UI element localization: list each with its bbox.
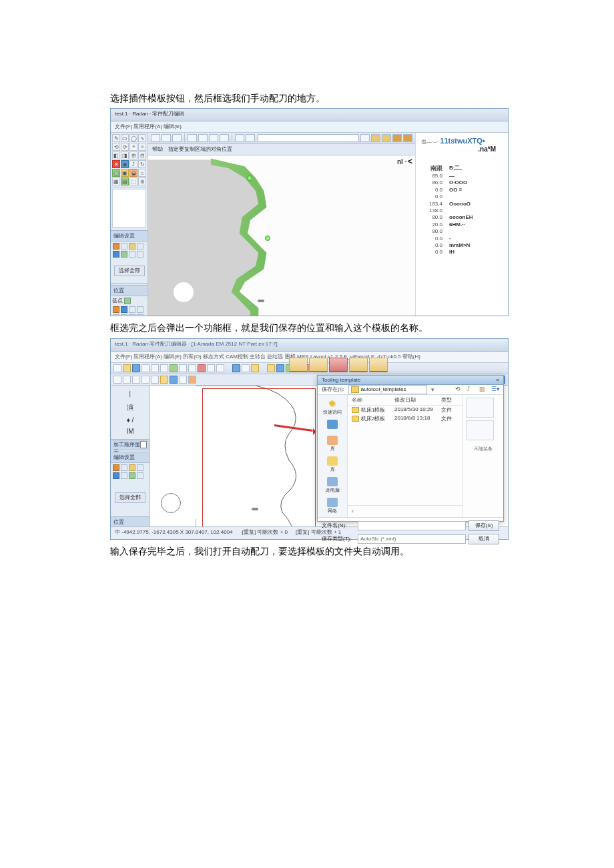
tool-icon[interactable]: ◨ bbox=[121, 151, 129, 159]
ribbon-icon[interactable] bbox=[371, 134, 380, 142]
back-icon[interactable]: ⟲ bbox=[455, 386, 463, 394]
color-swatch[interactable] bbox=[121, 251, 127, 258]
tab-button[interactable] bbox=[349, 358, 368, 372]
color-swatch[interactable] bbox=[129, 464, 135, 471]
node-marker[interactable] bbox=[265, 236, 270, 241]
cancel-button[interactable]: 取消 bbox=[469, 534, 499, 544]
ribbon-icon[interactable] bbox=[141, 364, 149, 372]
tab-button[interactable] bbox=[309, 358, 328, 372]
color-swatch[interactable] bbox=[137, 464, 143, 471]
tool-icon[interactable]: ◯ bbox=[112, 169, 120, 177]
pos-swatch[interactable] bbox=[113, 306, 119, 313]
select-all-button[interactable]: 选择全部 bbox=[114, 266, 145, 276]
tool-icon[interactable]: ⤴ bbox=[129, 160, 137, 168]
tool-icon[interactable]: ✎ bbox=[112, 134, 120, 142]
ribbon-icon[interactable] bbox=[242, 364, 250, 372]
tab-button[interactable] bbox=[369, 358, 388, 372]
ribbon-icon[interactable] bbox=[392, 134, 402, 142]
color-swatch[interactable] bbox=[113, 472, 119, 479]
ribbon-icon[interactable] bbox=[188, 376, 196, 384]
ribbon-icon[interactable] bbox=[179, 376, 187, 384]
tool-icon[interactable]: ◯ bbox=[129, 134, 137, 142]
ribbon-icon[interactable] bbox=[198, 364, 206, 372]
pos-swatch[interactable] bbox=[121, 306, 127, 313]
pos-swatch[interactable] bbox=[129, 306, 135, 313]
save-in-combo[interactable]: autotool_templates bbox=[348, 385, 427, 394]
tool-icon[interactable]: ▦ bbox=[112, 177, 120, 185]
file-row[interactable]: 机床1模板 2018/5/30 10:29 文件 bbox=[348, 406, 463, 414]
tool-icon[interactable]: ⌖ bbox=[129, 143, 137, 151]
color-swatch[interactable] bbox=[113, 251, 119, 258]
tool-icon[interactable]: ⟲ bbox=[112, 143, 120, 151]
filetype-combo[interactable]: AutoStc (*.xml) bbox=[358, 534, 466, 544]
ribbon-icon[interactable] bbox=[246, 134, 255, 142]
checkbox-icon[interactable] bbox=[140, 441, 147, 448]
ribbon-icon[interactable] bbox=[123, 364, 131, 372]
delete-icon[interactable]: ✕ bbox=[112, 160, 120, 168]
pos-swatch[interactable] bbox=[121, 314, 127, 316]
color-swatch[interactable] bbox=[113, 243, 119, 250]
up-icon[interactable]: ⤴ bbox=[467, 386, 475, 394]
ribbon-icon[interactable] bbox=[267, 364, 275, 372]
tool-icon[interactable]: ⟳ bbox=[121, 143, 129, 151]
ribbon-icon[interactable] bbox=[132, 364, 140, 372]
tool-icon[interactable]: ⌂ bbox=[138, 169, 146, 177]
tool-icon[interactable]: ✧ bbox=[138, 143, 146, 151]
ribbon-icon[interactable] bbox=[160, 364, 168, 372]
ribbon-icon[interactable] bbox=[151, 364, 159, 372]
color-swatch[interactable] bbox=[137, 472, 143, 479]
close-icon[interactable]: × bbox=[496, 377, 499, 383]
tool-icon[interactable]: ⬚ bbox=[129, 177, 137, 185]
ribbon-icon[interactable] bbox=[141, 376, 149, 384]
place-network[interactable]: 网络 bbox=[327, 498, 338, 513]
ribbon-icon[interactable] bbox=[188, 134, 197, 142]
tool-icon[interactable]: ▭ bbox=[121, 134, 129, 142]
ribbon-icon[interactable] bbox=[151, 134, 160, 142]
place-libraries[interactable]: 库 bbox=[327, 436, 338, 451]
tool-icon[interactable]: ⊞ bbox=[129, 151, 137, 159]
save-button[interactable]: 保存(S) bbox=[469, 520, 499, 531]
tool-icon[interactable]: ⊛ bbox=[138, 177, 146, 185]
view-icon[interactable]: ☰▾ bbox=[491, 386, 499, 394]
menu-bar-1[interactable]: 文件(F) 应用程序(A) 编辑(E) bbox=[111, 121, 508, 133]
ribbon-icon[interactable] bbox=[235, 134, 244, 142]
tool-icon[interactable]: ◒ bbox=[129, 169, 137, 177]
color-swatch[interactable] bbox=[129, 243, 135, 250]
tool-icon[interactable]: ▣ bbox=[121, 169, 129, 177]
ribbon-icon[interactable] bbox=[276, 364, 284, 372]
ribbon-icon[interactable] bbox=[220, 134, 229, 142]
ribbon-icon[interactable] bbox=[207, 364, 215, 372]
ribbon-icon[interactable] bbox=[198, 134, 208, 142]
ribbon-icon[interactable] bbox=[209, 134, 218, 142]
tool-icon[interactable]: ∿ bbox=[138, 134, 146, 142]
color-swatch[interactable] bbox=[121, 243, 127, 250]
place-desktop[interactable] bbox=[327, 420, 338, 430]
canvas-viewport[interactable] bbox=[148, 155, 415, 316]
process-order-bar[interactable]: 加工顺序显示 bbox=[111, 440, 149, 450]
file-row[interactable]: 机床2模板 2018/6/8 13:18 文件 bbox=[348, 414, 463, 423]
ribbon-icon[interactable] bbox=[216, 364, 224, 372]
tool-icon[interactable]: ↻ bbox=[138, 160, 146, 168]
search-icon[interactable] bbox=[360, 134, 370, 142]
ribbon-icon[interactable] bbox=[113, 364, 121, 372]
pos-swatch[interactable] bbox=[129, 314, 135, 316]
tool-icon[interactable]: ⊟ bbox=[138, 151, 146, 159]
tool-icon[interactable]: ◆ bbox=[121, 160, 129, 168]
ribbon-icon[interactable] bbox=[403, 134, 412, 142]
ribbon-icon[interactable] bbox=[179, 364, 187, 372]
ribbon-icon[interactable] bbox=[172, 134, 182, 142]
add-icon[interactable] bbox=[124, 298, 131, 304]
file-list-header[interactable]: 名称 修改日期 类型 bbox=[348, 395, 463, 406]
ribbon-icon[interactable] bbox=[170, 364, 178, 372]
tool-icon[interactable]: ◧ bbox=[112, 151, 120, 159]
pos-swatch[interactable] bbox=[113, 314, 119, 316]
ribbon-icon[interactable] bbox=[160, 376, 168, 384]
place-libraries-2[interactable]: 库 bbox=[327, 456, 338, 472]
ribbon-icon[interactable] bbox=[382, 134, 391, 142]
help-search-input[interactable] bbox=[258, 134, 359, 142]
tab-button[interactable] bbox=[329, 358, 348, 372]
color-swatch[interactable] bbox=[113, 464, 119, 471]
ribbon-icon[interactable] bbox=[113, 376, 121, 384]
ribbon-icon[interactable] bbox=[251, 364, 259, 372]
place-recent[interactable]: 快速访问 bbox=[323, 399, 342, 414]
